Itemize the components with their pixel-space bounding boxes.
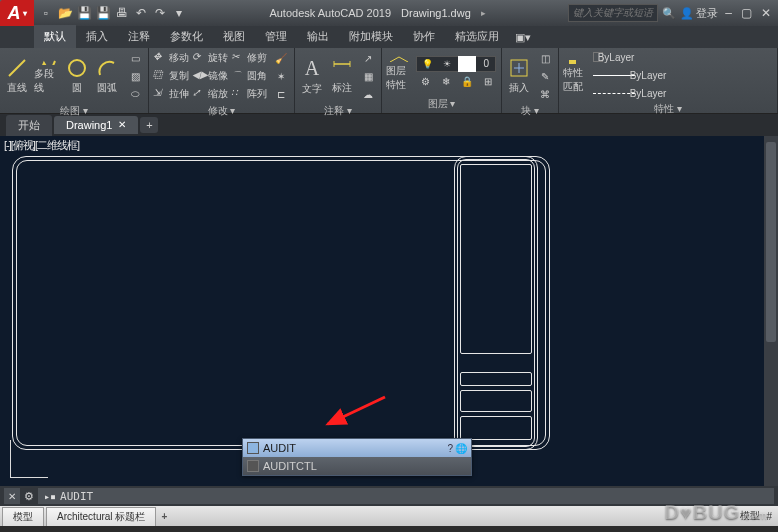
autocomplete-item-audit[interactable]: AUDIT ? 🌐 [243,439,471,457]
layer-lock-icon[interactable]: 🔒 [458,74,476,90]
scale-icon: ⤢ [192,87,206,101]
layout-arch[interactable]: Architectural 标题栏 [46,507,156,526]
ucs-icon[interactable] [10,436,52,478]
help-icon[interactable]: ? [447,443,453,454]
ribbon-tabs: 默认 插入 注释 参数化 视图 管理 输出 附加模块 协作 精选应用 ▣▾ [0,26,778,48]
qat-redo-icon[interactable]: ↷ [152,5,168,21]
app-menu-button[interactable]: A [0,0,34,26]
close-icon[interactable]: ✕ [758,6,774,20]
tool-layer-properties[interactable]: 图层特性 [386,54,412,92]
layer-iso-icon[interactable]: ⊞ [479,74,497,90]
autocomplete-item-auditctl[interactable]: AUDITCTL [243,457,471,475]
globe-icon[interactable]: 🌐 [455,443,467,454]
layer-off-icon[interactable]: ⚙ [416,74,434,90]
tab-default[interactable]: 默认 [34,25,76,48]
autocomplete-label: AUDITCTL [263,460,317,472]
layer-dropdown[interactable]: 💡 ☀ 0 [416,56,496,72]
sysvar-icon [247,460,259,472]
qat-dropdown-icon[interactable]: ▾ [171,5,187,21]
tool-insert-block[interactable]: 插入 [506,57,532,95]
tool-table-icon[interactable]: ▦ [359,68,377,84]
minimize-icon[interactable]: – [722,6,735,20]
login-button[interactable]: 👤 登录 [680,6,718,21]
cmdline-config-icon[interactable]: ⚙ [24,490,34,503]
tool-text[interactable]: A 文字 [299,57,325,95]
tab-parametric[interactable]: 参数化 [160,25,213,48]
cmdline-close-button[interactable]: ✕ [4,488,20,504]
scrollbar-thumb[interactable] [766,142,776,342]
tab-manage[interactable]: 管理 [255,25,297,48]
qat-undo-icon[interactable]: ↶ [133,5,149,21]
title-dropdown-icon[interactable]: ▸ [481,8,486,18]
drawing-canvas[interactable]: [-][俯视][二维线框] AUDIT ? 🌐 AUDITCTL [0,136,778,486]
tab-insert[interactable]: 插入 [76,25,118,48]
status-grid-icon[interactable]: # [766,511,772,522]
fillet-icon: ⌒ [231,69,245,83]
tool-explode-icon[interactable]: ✶ [272,68,290,84]
array-icon: ∷ [231,87,245,101]
tool-dimension[interactable]: 标注 [329,57,355,95]
layout-add-button[interactable]: + [156,511,172,522]
tab-overflow-icon[interactable]: ▣▾ [509,27,537,48]
tool-rotate[interactable]: ⟳旋转 [192,50,227,66]
panel-block-label[interactable]: 块 ▾ [506,102,554,120]
tool-polyline[interactable]: 多段线 [34,57,60,95]
tool-offset-icon[interactable]: ⊏ [272,86,290,102]
panel-modify-label[interactable]: 修改 ▾ [153,102,290,120]
tool-move[interactable]: ✥移动 [153,50,188,66]
tab-addins[interactable]: 附加模块 [339,25,403,48]
tool-edit-block-icon[interactable]: ✎ [536,68,554,84]
tool-ellipse-icon[interactable]: ⬭ [126,86,144,102]
rotate-icon: ⟳ [192,51,206,65]
tab-featured[interactable]: 精选应用 [445,25,509,48]
qat-save-icon[interactable]: 💾 [76,5,92,21]
panel-modify: ✥移动 ⿻复制 ⇲拉伸 ⟳旋转 ◀▶镜像 ⤢缩放 ✂修剪 ⌒圆角 ∷阵列 🧹 ✶… [149,48,295,113]
tool-arc[interactable]: 圆弧 [94,57,120,95]
tab-annotate[interactable]: 注释 [118,25,160,48]
infocenter-icon[interactable]: 🔍 [662,7,676,20]
tool-fillet[interactable]: ⌒圆角 [231,68,266,84]
panel-layer-label[interactable]: 图层 ▾ [386,95,497,113]
vertical-scrollbar[interactable] [764,136,778,486]
status-model-button[interactable]: 模型 [740,509,760,523]
help-search-input[interactable]: 键入关键字或短语 [568,4,658,22]
tool-rectangle-icon[interactable]: ▭ [126,50,144,66]
command-input[interactable]: ▸▪ AUDIT [38,488,774,504]
mirror-icon: ◀▶ [192,69,206,83]
tab-view[interactable]: 视图 [213,25,255,48]
tool-match-properties[interactable]: 特性匹配 [563,56,589,94]
panel-props-label[interactable]: 特性 ▾ [563,100,773,118]
maximize-icon[interactable]: ▢ [738,6,755,20]
tool-copy[interactable]: ⿻复制 [153,68,188,84]
layer-freeze-icon[interactable]: ❄ [437,74,455,90]
panel-draw-label[interactable]: 绘图 ▾ [4,102,144,120]
color-dropdown[interactable]: ByLayer [593,50,657,64]
tool-line[interactable]: 直线 [4,57,30,95]
tool-cloud-icon[interactable]: ☁ [359,86,377,102]
panel-annotation: A 文字 标注 ↗ ▦ ☁ 注释 ▾ [295,48,382,113]
tool-scale[interactable]: ⤢缩放 [192,86,227,102]
panel-annot-label[interactable]: 注释 ▾ [299,102,377,120]
qat-open-icon[interactable]: 📂 [57,5,73,21]
linetype-dropdown[interactable]: ByLayer [593,86,657,100]
copy-icon: ⿻ [153,69,167,83]
qat-new-icon[interactable]: ▫ [38,5,54,21]
tool-create-block-icon[interactable]: ◫ [536,50,554,66]
tool-circle[interactable]: 圆 [64,57,90,95]
qat-plot-icon[interactable]: 🖶 [114,5,130,21]
tool-hatch-icon[interactable]: ▨ [126,68,144,84]
tab-collaborate[interactable]: 协作 [403,25,445,48]
doctab-close-icon[interactable]: ✕ [118,119,126,131]
tool-stretch[interactable]: ⇲拉伸 [153,86,188,102]
layout-model[interactable]: 模型 [2,507,44,526]
tool-erase-icon[interactable]: 🧹 [272,50,290,66]
tool-leader-icon[interactable]: ↗ [359,50,377,66]
tool-mirror[interactable]: ◀▶镜像 [192,68,227,84]
stretch-icon: ⇲ [153,87,167,101]
qat-saveas-icon[interactable]: 💾 [95,5,111,21]
tool-attr-icon[interactable]: ⌘ [536,86,554,102]
tool-trim[interactable]: ✂修剪 [231,50,266,66]
lineweight-dropdown[interactable]: ByLayer [593,68,657,82]
tool-array[interactable]: ∷阵列 [231,86,266,102]
tab-output[interactable]: 输出 [297,25,339,48]
